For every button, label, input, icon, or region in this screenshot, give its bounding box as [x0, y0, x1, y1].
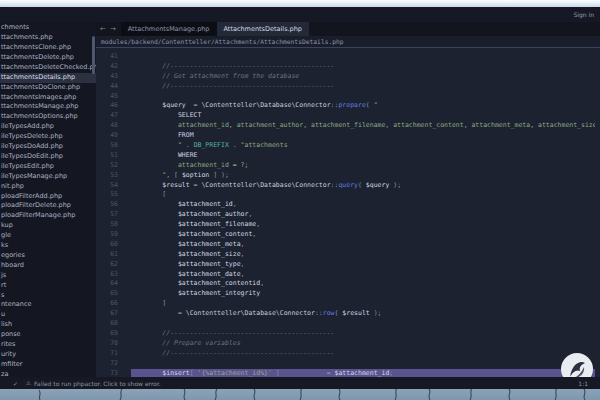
code-line-selected[interactable]: 73 $insert[ '{%attachment_id%}' ] = $att… [96, 369, 600, 378]
line-number: 55 [96, 190, 118, 200]
line-number: 50 [96, 141, 118, 151]
line-number: 66 [96, 299, 118, 309]
file-tree-item-file[interactable]: nit.php [0, 182, 96, 192]
tab-inactive[interactable]: AttachmentsManage.php [121, 22, 217, 36]
line-number: 58 [96, 220, 118, 230]
file-tree-item-file[interactable]: ttachmentsClone.php [0, 43, 96, 53]
code-line[interactable]: 71 //-----------------------------------… [96, 349, 600, 359]
code-line[interactable]: 52 attachment_id = ?; [96, 161, 600, 171]
code-line[interactable]: 69 //-----------------------------------… [96, 329, 600, 339]
file-tree-item-folder[interactable]: mfilter [0, 360, 96, 370]
code-line[interactable]: 56 $attachment_id, [96, 200, 600, 210]
file-tree-item-folder[interactable]: ponse [0, 330, 96, 340]
code-line[interactable]: 42 //-----------------------------------… [96, 62, 600, 72]
code-line[interactable]: 49 FROM [96, 131, 600, 141]
line-number: 60 [96, 240, 118, 250]
file-tree-item-file[interactable]: ileTypesDoEdit.php [0, 152, 96, 162]
file-tree-item-folder[interactable]: hboard [0, 261, 96, 271]
code-line[interactable]: 57 $attachment_author, [96, 210, 600, 220]
file-tree-item-file[interactable]: ileTypesEdit.php [0, 162, 96, 172]
file-tree-item-file[interactable]: ttachmentsDoClone.php [0, 83, 96, 93]
line-number: 65 [96, 289, 118, 299]
file-tree-item-file[interactable]: ploadFilterManage.php [0, 211, 96, 221]
file-tree-item-file[interactable]: ttachmentsDelete.php [0, 53, 96, 63]
file-tree-item-folder[interactable]: gle [0, 231, 96, 241]
file-tree-item-folder[interactable]: urity [0, 350, 96, 360]
tab-active[interactable]: AttachmentsDetails.php [217, 22, 309, 36]
code-line-text [131, 92, 595, 102]
line-number: 63 [96, 270, 118, 280]
code-line-text: $attachment_integrity [131, 289, 595, 299]
file-tree-item-folder[interactable]: ntenance [0, 300, 96, 310]
code-line[interactable]: 62 $attachment_type, [96, 260, 600, 270]
file-tree-item-folder[interactable]: u [0, 310, 96, 320]
breadcrumb[interactable]: modules/backend/Contentteller/Attachment… [96, 38, 344, 45]
code-line[interactable]: 41 [96, 52, 600, 62]
file-tree-item-file[interactable]: ttachments.php [0, 33, 96, 43]
code-editor[interactable]: 4142 //---------------------------------… [96, 48, 600, 377]
line-number: 42 [96, 62, 118, 72]
file-tree-item-file[interactable]: ileTypesManage.php [0, 172, 96, 182]
file-tree-item-folder[interactable]: js [0, 271, 96, 281]
code-line[interactable]: 63 $attachment_date, [96, 270, 600, 280]
code-line[interactable]: 66 ] [96, 299, 600, 309]
code-line[interactable]: 59 $attachment_content, [96, 230, 600, 240]
file-tree-item-file[interactable]: ileTypesAdd.php [0, 122, 96, 132]
file-tree-item-file[interactable]: ileTypesDoAdd.php [0, 142, 96, 152]
breadcrumb-bar: modules/backend/Contentteller/Attachment… [96, 36, 600, 48]
code-line[interactable]: 43 // Get attachment from the database [96, 72, 600, 82]
code-line[interactable]: 72 [96, 359, 600, 369]
code-line[interactable]: 45 [96, 92, 600, 102]
code-line[interactable]: 48 attachment_id, attachment_author, att… [96, 121, 600, 131]
code-line-text: //--------------------------------------… [131, 349, 595, 359]
back-arrow-icon[interactable]: ← [100, 25, 106, 33]
code-line[interactable]: 60 $attachment_meta, [96, 240, 600, 250]
sign-in-link[interactable]: Sign in [574, 11, 594, 18]
code-line-text: attachment_id = ?; [131, 161, 595, 171]
file-tree-item-file[interactable]: ttachmentsManage.php [0, 102, 96, 112]
file-tree-item-file[interactable]: ploadFilterAdd.php [0, 192, 96, 202]
code-line[interactable]: 70 // Prepare variables [96, 339, 600, 349]
file-tree-item-file[interactable]: ttachmentsImages.php [0, 93, 96, 103]
file-tree-item-folder[interactable]: ks [0, 241, 96, 251]
code-line-text: " . DB_PREFIX . "attachments [131, 141, 595, 151]
code-line[interactable]: 51 WHERE [96, 151, 600, 161]
file-tree-item-folder[interactable]: egories [0, 251, 96, 261]
file-tree-item-file[interactable]: ttachmentsDeleteChecked.php [0, 63, 96, 73]
file-tree-item-folder[interactable]: za [0, 370, 96, 377]
file-tree-item-folder[interactable]: rt [0, 281, 96, 291]
code-line[interactable]: 61 $attachment_size, [96, 250, 600, 260]
code-line[interactable]: 46 $query = \Contentteller\Database\Conn… [96, 101, 600, 111]
line-number: 67 [96, 309, 118, 319]
file-tree-item-folder[interactable]: rites [0, 340, 96, 350]
code-line[interactable]: 68 [96, 319, 600, 329]
cursor-position: 1:1 [578, 380, 600, 387]
check-icon[interactable]: ✓ [0, 380, 26, 387]
editor-pane: ← → AttachmentsManage.phpAttachmentsDeta… [96, 22, 600, 377]
line-number: 53 [96, 171, 118, 181]
sidebar-scrollbar-thumb[interactable] [92, 36, 95, 74]
file-tree-item-file[interactable]: ploadFilterDelete.php [0, 201, 96, 211]
line-number: 68 [96, 319, 118, 329]
file-tree-sidebar[interactable]: chmentsttachments.phpttachmentsClone.php… [0, 22, 96, 377]
file-tree-item-folder[interactable]: s [0, 291, 96, 301]
file-tree-item-folder[interactable]: lish [0, 320, 96, 330]
code-line[interactable]: 55 [ [96, 190, 600, 200]
file-tree-item-folder[interactable]: chments [0, 23, 96, 33]
file-tree-item-file[interactable]: ttachmentsDetails.php [0, 73, 96, 83]
code-line[interactable]: 64 $attachment_contentid, [96, 279, 600, 289]
forward-arrow-icon[interactable]: → [110, 25, 116, 33]
code-line[interactable]: 54 $result = \Contentteller\Database\Con… [96, 181, 600, 191]
code-line[interactable]: 65 $attachment_integrity [96, 289, 600, 299]
file-tree-item-file[interactable]: ileTypesDelete.php [0, 132, 96, 142]
file-tree-item-folder[interactable]: kup [0, 221, 96, 231]
code-line-text [131, 52, 595, 62]
code-line[interactable]: 58 $attachment_filename, [96, 220, 600, 230]
file-tree-item-file[interactable]: ttachmentsOptions.php [0, 112, 96, 122]
code-line[interactable]: 53 ", [ $option ] ); [96, 171, 600, 181]
code-line[interactable]: 50 " . DB_PREFIX . "attachments [96, 141, 600, 151]
code-line[interactable]: 67 = \Contentteller\Database\Connector::… [96, 309, 600, 319]
code-line[interactable]: 47 SELECT [96, 111, 600, 121]
code-line[interactable]: 44 //-----------------------------------… [96, 82, 600, 92]
status-message[interactable]: Failed to run phpactor. Click to show er… [34, 380, 161, 387]
